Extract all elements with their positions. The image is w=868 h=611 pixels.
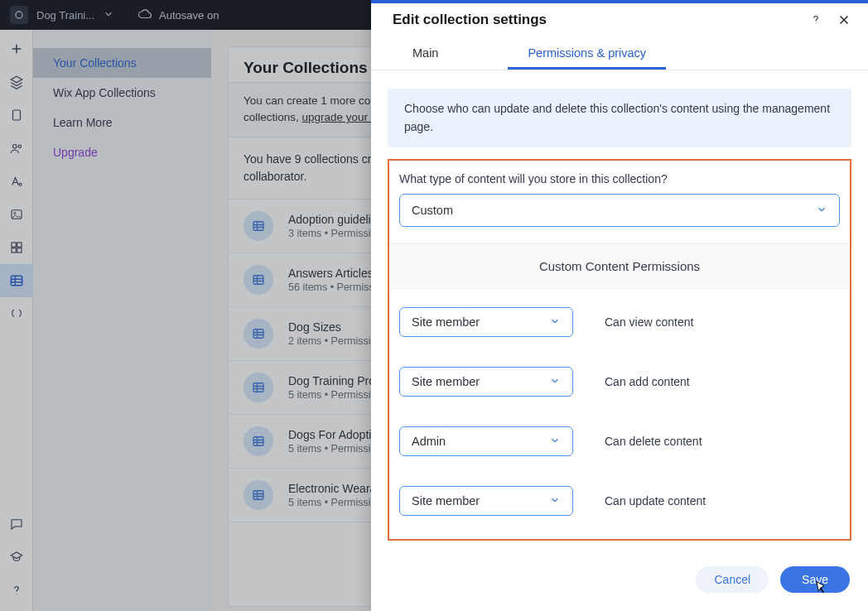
tab-label: Permissions & privacy <box>528 46 646 60</box>
chevron-down-icon <box>549 315 561 330</box>
panel-header: Edit collection settings <box>371 3 868 31</box>
permission-row: Site memberCan add content <box>399 367 840 397</box>
select-value: Custom <box>412 204 453 217</box>
select-value: Admin <box>412 435 446 448</box>
settings-panel: Edit collection settings Main Permission… <box>371 0 868 611</box>
tab-main[interactable]: Main <box>393 36 458 70</box>
chevron-down-icon <box>816 204 827 218</box>
close-icon[interactable] <box>837 12 851 27</box>
role-select[interactable]: Site member <box>399 486 573 516</box>
panel-tabs: Main Permissions & privacy <box>371 36 868 70</box>
permission-action-label: Can view content <box>605 315 693 329</box>
permission-row: Site memberCan update content <box>399 486 840 516</box>
panel-title: Edit collection settings <box>393 12 547 28</box>
chevron-down-icon <box>549 375 561 389</box>
select-value: Site member <box>412 494 480 508</box>
select-value: Site member <box>412 375 480 388</box>
content-type-select[interactable]: Custom <box>399 194 840 227</box>
chevron-down-icon <box>549 494 561 508</box>
role-select[interactable]: Site member <box>399 367 573 397</box>
panel-body: Choose who can update and delete this co… <box>371 70 868 553</box>
tab-label: Main <box>412 46 438 60</box>
tab-permissions[interactable]: Permissions & privacy <box>508 36 666 70</box>
permission-row: Site memberCan view content <box>399 307 840 337</box>
permission-action-label: Can delete content <box>605 435 702 448</box>
role-select[interactable]: Site member <box>399 307 573 337</box>
role-select[interactable]: Admin <box>399 426 573 456</box>
select-value: Site member <box>412 315 480 329</box>
content-type-label: What type of content will you store in t… <box>399 172 840 185</box>
panel-footer: Cancel Save <box>371 553 868 611</box>
permission-rows: Site memberCan view contentSite memberCa… <box>399 307 840 516</box>
cursor-icon <box>812 580 828 599</box>
permission-action-label: Can add content <box>605 375 690 388</box>
hint-box: Choose who can update and delete this co… <box>388 89 851 147</box>
permission-action-label: Can update content <box>605 494 706 508</box>
cancel-button[interactable]: Cancel <box>696 566 769 593</box>
permission-row: AdminCan delete content <box>399 426 840 456</box>
chevron-down-icon <box>549 435 561 449</box>
help-icon[interactable] <box>808 12 823 27</box>
permissions-highlight: What type of content will you store in t… <box>388 159 851 541</box>
permissions-section-header: Custom Content Permissions <box>389 243 850 289</box>
